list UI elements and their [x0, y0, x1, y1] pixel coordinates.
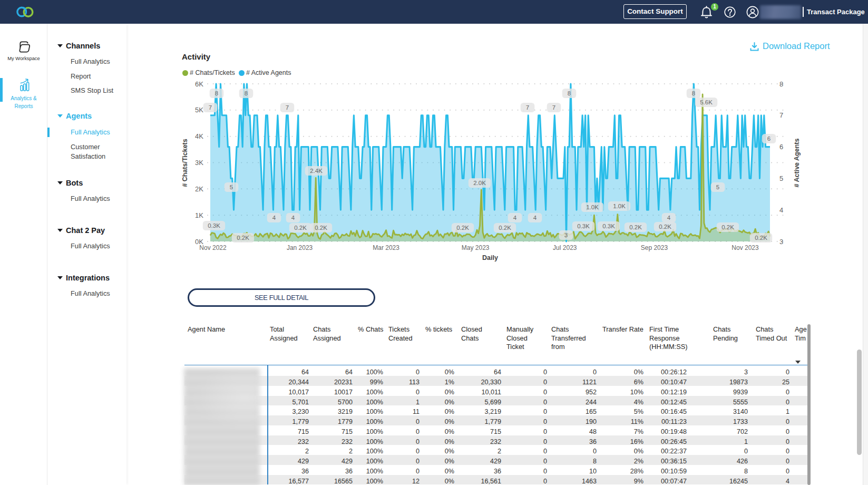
svg-text:0.2K: 0.2K — [315, 225, 327, 231]
svg-text:Sep 2023: Sep 2023 — [641, 244, 668, 251]
svg-text:4: 4 — [533, 215, 537, 221]
svg-text:4: 4 — [272, 215, 276, 221]
svg-text:0.2K: 0.2K — [659, 224, 671, 230]
svg-text:0.3K: 0.3K — [577, 223, 590, 229]
svg-text:0.2K: 0.2K — [629, 224, 642, 230]
svg-text:7: 7 — [779, 111, 783, 119]
svg-text:3: 3 — [564, 232, 568, 238]
svg-text:Jan 2023: Jan 2023 — [287, 244, 313, 251]
svg-text:# Active Agents: # Active Agents — [793, 139, 801, 188]
svg-text:May 2023: May 2023 — [462, 244, 490, 251]
svg-text:6K: 6K — [195, 80, 203, 88]
svg-text:4K: 4K — [195, 132, 203, 140]
svg-text:7: 7 — [526, 104, 529, 111]
svg-text:1.0K: 1.0K — [613, 203, 626, 209]
svg-text:8: 8 — [692, 90, 695, 96]
svg-text:0.2K: 0.2K — [456, 225, 469, 231]
svg-text:0.2K: 0.2K — [721, 224, 734, 230]
svg-text:0.3K: 0.3K — [602, 223, 615, 229]
svg-text:5: 5 — [230, 184, 233, 190]
svg-text:1K: 1K — [195, 211, 203, 219]
svg-text:8: 8 — [568, 90, 571, 96]
svg-text:4: 4 — [291, 215, 295, 221]
svg-text:5: 5 — [716, 184, 719, 190]
svg-text:0.2K: 0.2K — [755, 235, 767, 241]
svg-text:5.6K: 5.6K — [700, 99, 713, 105]
svg-text:0.2K: 0.2K — [294, 225, 307, 231]
svg-text:0.2K: 0.2K — [499, 225, 511, 231]
svg-text:4: 4 — [513, 215, 517, 221]
svg-text:7: 7 — [209, 104, 212, 111]
svg-text:4: 4 — [667, 215, 671, 221]
svg-text:Nov 2023: Nov 2023 — [732, 244, 759, 251]
svg-text:0.2K: 0.2K — [237, 235, 249, 241]
svg-text:2.0K: 2.0K — [473, 180, 486, 186]
svg-text:# Chats/Tickets: # Chats/Tickets — [181, 139, 189, 187]
svg-text:1.0K: 1.0K — [586, 204, 599, 210]
svg-text:8: 8 — [215, 90, 218, 96]
svg-text:8: 8 — [245, 90, 248, 96]
svg-text:6: 6 — [779, 143, 783, 151]
svg-text:0.3K: 0.3K — [208, 222, 220, 229]
svg-text:3: 3 — [779, 238, 783, 246]
svg-text:Jul 2023: Jul 2023 — [553, 244, 577, 251]
svg-text:5K: 5K — [195, 106, 203, 114]
svg-text:2.4K: 2.4K — [310, 168, 323, 174]
svg-text:8: 8 — [779, 80, 783, 88]
svg-text:7: 7 — [286, 104, 289, 111]
svg-text:6: 6 — [767, 135, 771, 142]
svg-text:Daily: Daily — [482, 254, 498, 261]
svg-text:2K: 2K — [195, 185, 203, 193]
svg-text:Nov 2022: Nov 2022 — [199, 244, 227, 251]
svg-text:5: 5 — [779, 174, 783, 182]
svg-text:3K: 3K — [195, 159, 203, 167]
svg-text:Mar 2023: Mar 2023 — [373, 244, 399, 251]
svg-text:4: 4 — [779, 206, 783, 214]
svg-text:7: 7 — [552, 104, 555, 111]
